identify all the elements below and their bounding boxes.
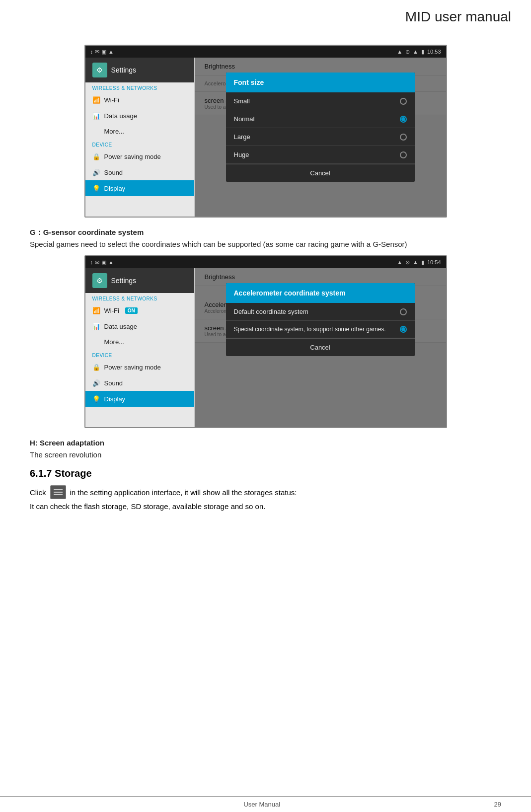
dialog-cancel-2[interactable]: Cancel <box>226 338 415 356</box>
dialog-overlay-2: Accelerometer coordinate system Default … <box>195 268 446 427</box>
settings-screen-2: ⚙ Settings WIRELESS & NETWORKS 📶 Wi-Fi O… <box>85 268 446 427</box>
dialog-title-1: Font size <box>226 73 415 92</box>
section-label-wireless-2: WIRELESS & NETWORKS <box>85 293 194 302</box>
radio-normal[interactable] <box>400 116 407 123</box>
settings-sidebar-2: ⚙ Settings WIRELESS & NETWORKS 📶 Wi-Fi O… <box>85 268 195 427</box>
signal-icon-2: ▲ <box>397 259 402 265</box>
battery-icon: ▮ <box>421 49 424 55</box>
section-label-device-2: DEVICE <box>85 350 194 359</box>
footer-right: 29 <box>494 801 501 808</box>
wifi-icon-sidebar-1: 📶 <box>92 96 100 104</box>
section-label-device-1: DEVICE <box>85 139 194 148</box>
data-icon-1: 📊 <box>92 112 100 120</box>
wifi-icon-right: ▲ <box>413 49 418 55</box>
page-content: ↕ ✉ ▣ ▲ ▲ ⊙ ▲ ▮ 10:53 ⚙ Settings WIRELE <box>0 30 531 527</box>
storage-click-line: Click in the setting application interfa… <box>30 485 501 499</box>
screenshot-icon-2: ▣ <box>101 259 106 266</box>
status-left-1: ↕ ✉ ▣ ▲ <box>90 49 114 55</box>
dialog-option-huge[interactable]: Huge <box>226 146 415 164</box>
wifi-on-badge: ON <box>125 307 138 314</box>
sidebar-item-power-2[interactable]: 🔒 Power saving mode <box>85 359 194 375</box>
radio-default[interactable] <box>400 308 407 315</box>
storage-body: It can check the flash storage, SD stora… <box>30 502 501 511</box>
signal-icon: ▲ <box>397 49 402 55</box>
radio-small[interactable] <box>400 98 407 105</box>
power-icon-2: 🔒 <box>92 363 100 371</box>
radio-special[interactable] <box>400 326 407 333</box>
storage-section: 6.1.7 Storage Click in the setting appli… <box>30 468 501 511</box>
sidebar-item-display-1[interactable]: 💡 Display <box>85 180 194 196</box>
dialog-overlay-1: Font size Small Normal Large <box>195 58 446 217</box>
screenshot-icon: ▣ <box>101 49 106 55</box>
dialog-cancel-1[interactable]: Cancel <box>226 164 415 182</box>
sidebar-item-wifi-2[interactable]: 📶 Wi-Fi ON <box>85 302 194 318</box>
click-label: Click <box>30 488 46 497</box>
sound-icon-2: 🔊 <box>92 379 100 387</box>
line-1 <box>54 489 63 490</box>
status-bar-1: ↕ ✉ ▣ ▲ ▲ ⊙ ▲ ▮ 10:53 <box>85 46 446 58</box>
status-left-2: ↕ ✉ ▣ ▲ <box>90 259 114 266</box>
sidebar-header-2: ⚙ Settings <box>85 268 194 293</box>
clock-icon-2: ⊙ <box>405 259 410 266</box>
wifi-icon-right-2: ▲ <box>413 259 418 265</box>
settings-title-1: Settings <box>111 66 137 74</box>
wifi-status-icon-2: ▲ <box>108 259 114 265</box>
sidebar-item-display-2[interactable]: 💡 Display <box>85 391 194 407</box>
storage-heading: 6.1.7 Storage <box>30 468 501 479</box>
section-g: G：G-sensor coordinate system Special gam… <box>30 226 501 250</box>
dialog-option-special[interactable]: Special coordinate system, to support so… <box>226 321 415 338</box>
dialog-option-large[interactable]: Large <box>226 128 415 146</box>
sound-icon-1: 🔊 <box>92 168 100 176</box>
dialog-box-2: Accelerometer coordinate system Default … <box>226 283 415 356</box>
display-icon-2: 💡 <box>92 395 100 403</box>
power-icon-1: 🔒 <box>92 152 100 160</box>
settings-screen-1: ⚙ Settings WIRELESS & NETWORKS 📶 Wi-Fi 📊… <box>85 58 446 217</box>
sidebar-item-wifi-1[interactable]: 📶 Wi-Fi <box>85 92 194 108</box>
usb-icon: ↕ <box>90 49 93 55</box>
dialog-option-small[interactable]: Small <box>226 92 415 110</box>
sidebar-item-more-1[interactable]: More... <box>85 124 194 139</box>
footer-center: User Manual <box>243 801 280 808</box>
dialog-title-2: Accelerometer coordinate system <box>226 283 415 303</box>
sidebar-header-1: ⚙ Settings <box>85 58 194 82</box>
line-2 <box>54 492 63 493</box>
sidebar-item-sound-1[interactable]: 🔊 Sound <box>85 164 194 180</box>
sidebar-item-power-1[interactable]: 🔒 Power saving mode <box>85 148 194 164</box>
status-right-1: ▲ ⊙ ▲ ▮ 10:53 <box>397 49 441 55</box>
section-h: H: Screen adaptation The screen revoluti… <box>30 437 501 461</box>
envelope-icon-2: ✉ <box>95 259 99 266</box>
sidebar-item-data-1[interactable]: 📊 Data usage <box>85 108 194 124</box>
settings-app-icon-2: ⚙ <box>92 273 107 288</box>
data-icon-2: 📊 <box>92 322 100 330</box>
wifi-icon-sidebar-2: 📶 <box>92 306 100 314</box>
sidebar-item-sound-2[interactable]: 🔊 Sound <box>85 375 194 391</box>
dialog-option-default[interactable]: Default coordinate system <box>226 303 415 321</box>
screenshot-2: ↕ ✉ ▣ ▲ ▲ ⊙ ▲ ▮ 10:54 ⚙ Settings WIRELE <box>84 255 447 428</box>
display-icon-1: 💡 <box>92 184 100 192</box>
settings-content-1: Brightness Accelerometer uses the defaul… <box>195 58 446 217</box>
line-3 <box>54 494 63 495</box>
settings-sidebar-1: ⚙ Settings WIRELESS & NETWORKS 📶 Wi-Fi 📊… <box>85 58 195 217</box>
sidebar-item-more-2[interactable]: More... <box>85 334 194 350</box>
click-suffix: in the setting application interface, it… <box>70 488 297 497</box>
radio-huge[interactable] <box>400 151 407 158</box>
settings-app-icon-1: ⚙ <box>92 63 107 77</box>
page-footer: User Manual 29 <box>0 796 531 812</box>
sidebar-item-data-2[interactable]: 📊 Data usage <box>85 318 194 334</box>
clock-icon: ⊙ <box>405 49 410 55</box>
settings-title-2: Settings <box>111 277 137 285</box>
time-display-2: 10:54 <box>427 259 441 265</box>
section-label-wireless-1: WIRELESS & NETWORKS <box>85 82 194 92</box>
storage-icon-lines <box>54 489 63 495</box>
screenshot-1: ↕ ✉ ▣ ▲ ▲ ⊙ ▲ ▮ 10:53 ⚙ Settings WIRELE <box>84 45 447 218</box>
time-display-1: 10:53 <box>427 49 441 55</box>
radio-large[interactable] <box>400 134 407 141</box>
page-title: MID user manual <box>0 0 531 30</box>
wifi-status-icon: ▲ <box>108 49 114 55</box>
usb-icon-2: ↕ <box>90 259 93 265</box>
dialog-box-1: Font size Small Normal Large <box>226 73 415 182</box>
storage-icon <box>50 485 66 499</box>
status-bar-2: ↕ ✉ ▣ ▲ ▲ ⊙ ▲ ▮ 10:54 <box>85 256 446 268</box>
dialog-option-normal[interactable]: Normal <box>226 110 415 128</box>
status-right-2: ▲ ⊙ ▲ ▮ 10:54 <box>397 259 441 266</box>
